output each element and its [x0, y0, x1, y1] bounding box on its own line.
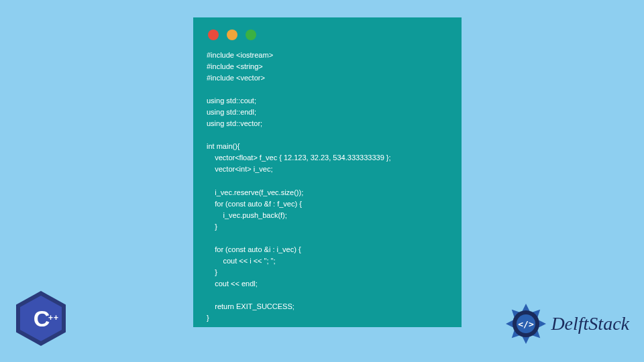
window-close-icon: [208, 29, 219, 40]
gear-icon: </>: [505, 303, 547, 345]
cpp-letter: C: [34, 306, 49, 332]
hexagon-icon: C ++: [16, 291, 66, 346]
window-minimize-icon: [227, 29, 237, 40]
traffic-lights: [208, 29, 448, 40]
code-block: #include <iostream> #include <string> #i…: [207, 50, 448, 324]
cpp-plus-plus: ++: [48, 316, 59, 320]
code-window: #include <iostream> #include <string> #i…: [193, 17, 462, 327]
cpp-language-badge: C ++: [16, 291, 66, 346]
delftstack-text: DelftStack: [551, 313, 629, 335]
delftstack-logo: </> DelftStack: [505, 303, 629, 345]
window-maximize-icon: [246, 29, 256, 40]
svg-text:</>: </>: [519, 319, 535, 329]
